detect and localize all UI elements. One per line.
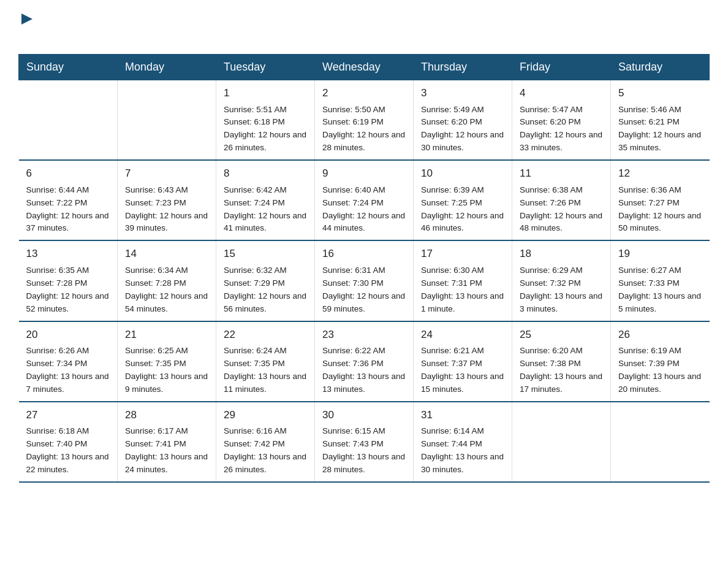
- day-number: 1: [224, 85, 307, 101]
- day-info: Sunrise: 6:38 AMSunset: 7:26 PMDaylight:…: [520, 184, 603, 236]
- day-number: 22: [224, 327, 307, 343]
- day-number: 15: [224, 246, 307, 262]
- day-info: Sunrise: 6:26 AMSunset: 7:34 PMDaylight:…: [26, 345, 110, 396]
- day-info: Sunrise: 6:43 AMSunset: 7:23 PMDaylight:…: [125, 184, 208, 236]
- day-number: 28: [125, 407, 208, 423]
- calendar-cell: [611, 402, 710, 482]
- day-info: Sunrise: 6:40 AMSunset: 7:24 PMDaylight:…: [322, 184, 406, 236]
- calendar-week-row: 6Sunrise: 6:44 AMSunset: 7:22 PMDaylight…: [19, 160, 710, 240]
- day-info: Sunrise: 5:46 AMSunset: 6:21 PMDaylight:…: [618, 104, 702, 155]
- calendar-cell: 7Sunrise: 6:43 AMSunset: 7:23 PMDaylight…: [118, 160, 216, 240]
- day-number: 21: [125, 327, 208, 343]
- calendar-cell: 9Sunrise: 6:40 AMSunset: 7:24 PMDaylight…: [315, 160, 414, 240]
- day-info: Sunrise: 6:17 AMSunset: 7:41 PMDaylight:…: [125, 425, 208, 477]
- calendar-cell: 2Sunrise: 5:50 AMSunset: 6:19 PMDaylight…: [315, 80, 414, 161]
- column-header-thursday: Thursday: [414, 55, 512, 80]
- day-info: Sunrise: 6:35 AMSunset: 7:28 PMDaylight:…: [26, 264, 110, 316]
- day-number: 30: [322, 407, 406, 423]
- day-number: 8: [224, 166, 307, 182]
- day-number: 29: [224, 407, 307, 423]
- svg-marker-0: [21, 13, 32, 25]
- day-number: 14: [125, 246, 208, 262]
- calendar-cell: 14Sunrise: 6:34 AMSunset: 7:28 PMDayligh…: [118, 240, 216, 321]
- day-info: Sunrise: 6:29 AMSunset: 7:32 PMDaylight:…: [520, 264, 603, 316]
- day-number: 2: [322, 85, 406, 101]
- calendar-cell: [512, 402, 611, 482]
- calendar-cell: 4Sunrise: 5:47 AMSunset: 6:20 PMDaylight…: [512, 80, 611, 161]
- calendar-cell: 22Sunrise: 6:24 AMSunset: 7:35 PMDayligh…: [216, 321, 315, 402]
- logo-arrow-icon: [20, 12, 34, 26]
- day-number: 12: [618, 166, 702, 182]
- calendar-cell: 8Sunrise: 6:42 AMSunset: 7:24 PMDaylight…: [216, 160, 315, 240]
- calendar-week-row: 1Sunrise: 5:51 AMSunset: 6:18 PMDaylight…: [19, 80, 710, 161]
- calendar-cell: 15Sunrise: 6:32 AMSunset: 7:29 PMDayligh…: [216, 240, 315, 321]
- day-info: Sunrise: 5:49 AMSunset: 6:20 PMDaylight:…: [421, 104, 504, 155]
- day-number: 16: [322, 246, 406, 262]
- day-number: 7: [125, 166, 208, 182]
- day-info: Sunrise: 6:36 AMSunset: 7:27 PMDaylight:…: [618, 184, 702, 236]
- calendar-cell: 1Sunrise: 5:51 AMSunset: 6:18 PMDaylight…: [216, 80, 315, 161]
- calendar-cell: 20Sunrise: 6:26 AMSunset: 7:34 PMDayligh…: [19, 321, 118, 402]
- day-info: Sunrise: 6:24 AMSunset: 7:35 PMDaylight:…: [224, 345, 307, 396]
- day-info: Sunrise: 6:18 AMSunset: 7:40 PMDaylight:…: [26, 425, 110, 477]
- column-header-tuesday: Tuesday: [216, 55, 315, 80]
- day-number: 10: [421, 166, 504, 182]
- column-header-friday: Friday: [512, 55, 611, 80]
- day-number: 23: [322, 327, 406, 343]
- column-header-saturday: Saturday: [611, 55, 710, 80]
- day-number: 25: [520, 327, 603, 343]
- calendar-header-row: SundayMondayTuesdayWednesdayThursdayFrid…: [19, 55, 710, 80]
- day-number: 24: [421, 327, 504, 343]
- calendar-week-row: 20Sunrise: 6:26 AMSunset: 7:34 PMDayligh…: [19, 321, 710, 402]
- day-number: 26: [618, 327, 702, 343]
- day-number: 13: [26, 246, 110, 262]
- calendar-cell: 12Sunrise: 6:36 AMSunset: 7:27 PMDayligh…: [611, 160, 710, 240]
- calendar-cell: 23Sunrise: 6:22 AMSunset: 7:36 PMDayligh…: [315, 321, 414, 402]
- column-header-monday: Monday: [118, 55, 216, 80]
- day-info: Sunrise: 6:39 AMSunset: 7:25 PMDaylight:…: [421, 184, 504, 236]
- calendar-week-row: 13Sunrise: 6:35 AMSunset: 7:28 PMDayligh…: [19, 240, 710, 321]
- calendar-week-row: 27Sunrise: 6:18 AMSunset: 7:40 PMDayligh…: [19, 402, 710, 482]
- calendar-cell: 21Sunrise: 6:25 AMSunset: 7:35 PMDayligh…: [118, 321, 216, 402]
- calendar-cell: 16Sunrise: 6:31 AMSunset: 7:30 PMDayligh…: [315, 240, 414, 321]
- calendar-cell: 29Sunrise: 6:16 AMSunset: 7:42 PMDayligh…: [216, 402, 315, 482]
- logo: [18, 12, 34, 48]
- day-info: Sunrise: 6:21 AMSunset: 7:37 PMDaylight:…: [421, 345, 504, 396]
- day-info: Sunrise: 6:14 AMSunset: 7:44 PMDaylight:…: [421, 425, 504, 477]
- calendar-cell: 28Sunrise: 6:17 AMSunset: 7:41 PMDayligh…: [118, 402, 216, 482]
- calendar-cell: 6Sunrise: 6:44 AMSunset: 7:22 PMDaylight…: [19, 160, 118, 240]
- day-info: Sunrise: 5:50 AMSunset: 6:19 PMDaylight:…: [322, 104, 406, 155]
- calendar-cell: 24Sunrise: 6:21 AMSunset: 7:37 PMDayligh…: [414, 321, 512, 402]
- day-number: 4: [520, 85, 603, 101]
- day-info: Sunrise: 6:31 AMSunset: 7:30 PMDaylight:…: [322, 264, 406, 316]
- calendar-cell: 13Sunrise: 6:35 AMSunset: 7:28 PMDayligh…: [19, 240, 118, 321]
- day-number: 20: [26, 327, 110, 343]
- day-info: Sunrise: 6:32 AMSunset: 7:29 PMDaylight:…: [224, 264, 307, 316]
- day-number: 31: [421, 407, 504, 423]
- calendar-cell: 10Sunrise: 6:39 AMSunset: 7:25 PMDayligh…: [414, 160, 512, 240]
- day-info: Sunrise: 6:44 AMSunset: 7:22 PMDaylight:…: [26, 184, 110, 236]
- page-header: [18, 12, 710, 48]
- day-info: Sunrise: 6:22 AMSunset: 7:36 PMDaylight:…: [322, 345, 406, 396]
- calendar-cell: 30Sunrise: 6:15 AMSunset: 7:43 PMDayligh…: [315, 402, 414, 482]
- day-number: 3: [421, 85, 504, 101]
- calendar-cell: 27Sunrise: 6:18 AMSunset: 7:40 PMDayligh…: [19, 402, 118, 482]
- calendar-cell: 19Sunrise: 6:27 AMSunset: 7:33 PMDayligh…: [611, 240, 710, 321]
- day-number: 5: [618, 85, 702, 101]
- day-info: Sunrise: 5:51 AMSunset: 6:18 PMDaylight:…: [224, 104, 307, 155]
- calendar-cell: 3Sunrise: 5:49 AMSunset: 6:20 PMDaylight…: [414, 80, 512, 161]
- calendar-cell: 18Sunrise: 6:29 AMSunset: 7:32 PMDayligh…: [512, 240, 611, 321]
- day-info: Sunrise: 6:25 AMSunset: 7:35 PMDaylight:…: [125, 345, 208, 396]
- day-info: Sunrise: 6:34 AMSunset: 7:28 PMDaylight:…: [125, 264, 208, 316]
- day-info: Sunrise: 6:27 AMSunset: 7:33 PMDaylight:…: [618, 264, 702, 316]
- calendar-cell: 31Sunrise: 6:14 AMSunset: 7:44 PMDayligh…: [414, 402, 512, 482]
- day-info: Sunrise: 6:20 AMSunset: 7:38 PMDaylight:…: [520, 345, 603, 396]
- day-info: Sunrise: 5:47 AMSunset: 6:20 PMDaylight:…: [520, 104, 603, 155]
- day-info: Sunrise: 6:16 AMSunset: 7:42 PMDaylight:…: [224, 425, 307, 477]
- day-number: 11: [520, 166, 603, 182]
- day-info: Sunrise: 6:15 AMSunset: 7:43 PMDaylight:…: [322, 425, 406, 477]
- calendar-cell: 25Sunrise: 6:20 AMSunset: 7:38 PMDayligh…: [512, 321, 611, 402]
- day-number: 18: [520, 246, 603, 262]
- day-number: 27: [26, 407, 110, 423]
- calendar-cell: [118, 80, 216, 161]
